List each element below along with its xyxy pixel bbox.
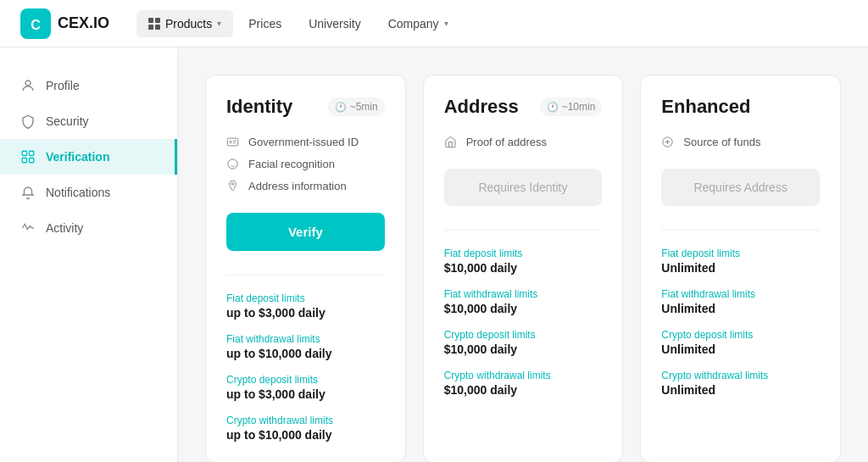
- logo-icon: C: [20, 8, 51, 39]
- nav-label-products: Products: [165, 17, 212, 31]
- grid-icon: [148, 18, 160, 30]
- limits-section-identity: Fiat deposit limits up to $3,000 daily F…: [226, 292, 385, 442]
- limit-value: Unlimited: [661, 383, 820, 397]
- divider: [444, 230, 603, 231]
- limit-label: Fiat deposit limits: [444, 248, 603, 259]
- limit-value: $10,000 daily: [444, 342, 603, 356]
- divider: [661, 230, 820, 231]
- svg-rect-5: [22, 159, 26, 163]
- card-feature: Government-issued ID: [226, 135, 385, 148]
- limit-label: Crypto withdrawal limits: [444, 370, 603, 381]
- limit-label: Crypto withdrawal limits: [226, 415, 385, 426]
- logo[interactable]: C CEX.IO: [20, 8, 109, 39]
- svg-point-2: [25, 81, 31, 86]
- limit-value: up to $10,000 daily: [226, 428, 385, 442]
- limits-section-enhanced: Fiat deposit limits Unlimited Fiat withd…: [661, 248, 820, 397]
- card-time-identity: 🕐 ~5min: [328, 97, 385, 116]
- sidebar-label-security: Security: [46, 114, 89, 128]
- home-icon: [444, 135, 458, 148]
- location-icon: [226, 179, 240, 192]
- svg-rect-6: [30, 159, 34, 163]
- divider: [226, 275, 385, 276]
- limit-value: up to $3,000 daily: [226, 387, 385, 401]
- clock-icon: 🕐: [335, 102, 347, 113]
- chevron-down-icon: ▾: [217, 19, 221, 28]
- limit-item: Fiat withdrawal limits up to $10,000 dai…: [226, 333, 385, 360]
- limit-item: Fiat deposit limits Unlimited: [661, 248, 820, 275]
- limit-label: Fiat withdrawal limits: [661, 288, 820, 300]
- sidebar-label-notifications: Notifications: [46, 186, 110, 199]
- limit-value: Unlimited: [661, 261, 820, 275]
- card-feature: Facial recognition: [226, 157, 385, 170]
- nav-item-university[interactable]: University: [297, 10, 372, 37]
- sidebar-item-verification[interactable]: Verification: [0, 139, 177, 175]
- limit-item: Crypto withdrawal limits Unlimited: [661, 370, 820, 397]
- id-card-icon: [226, 135, 240, 148]
- person-icon: [20, 78, 36, 93]
- face-icon: [226, 157, 240, 170]
- limit-label: Fiat deposit limits: [661, 248, 820, 259]
- card-title-address: Address: [444, 96, 519, 118]
- sidebar-item-notifications[interactable]: Notifications: [0, 175, 177, 210]
- sidebar-item-profile[interactable]: Profile: [0, 68, 177, 103]
- limit-value: $10,000 daily: [444, 383, 603, 397]
- svg-text:C: C: [31, 18, 41, 32]
- main-content: Identity 🕐 ~5min Government-issued ID Fa…: [178, 47, 868, 462]
- shield-icon: [20, 114, 36, 129]
- requires-button: Requires Identity: [444, 169, 603, 206]
- limit-label: Crypto withdrawal limits: [661, 370, 820, 381]
- sidebar-label-verification: Verification: [46, 150, 109, 164]
- logo-text: CEX.IO: [58, 14, 109, 32]
- nav-item-products[interactable]: Products ▾: [136, 10, 233, 37]
- limit-item: Fiat withdrawal limits Unlimited: [661, 288, 820, 315]
- clock-icon: 🕐: [547, 102, 559, 113]
- feature-text: Source of funds: [683, 136, 760, 148]
- limit-item: Crypto deposit limits Unlimited: [661, 329, 820, 356]
- sidebar-item-security[interactable]: Security: [0, 103, 177, 139]
- limit-value: Unlimited: [661, 302, 820, 315]
- limit-label: Crypto deposit limits: [661, 329, 820, 341]
- header: C CEX.IO Products ▾ Prices University Co…: [0, 0, 868, 47]
- sidebar: Profile Security Verification: [0, 47, 178, 462]
- funds-icon: [661, 135, 675, 148]
- card-features-identity: Government-issued ID Facial recognition …: [226, 135, 385, 192]
- verification-icon: [20, 149, 36, 164]
- card-title-identity: Identity: [226, 96, 292, 118]
- card-enhanced: Enhanced Source of funds Requires Addres…: [640, 75, 841, 462]
- card-feature: Source of funds: [661, 135, 820, 148]
- card-feature: Proof of address: [444, 135, 603, 148]
- sidebar-label-profile: Profile: [46, 79, 80, 92]
- limit-label: Fiat withdrawal limits: [226, 333, 385, 345]
- svg-point-12: [231, 183, 234, 186]
- svg-rect-7: [227, 138, 238, 146]
- sidebar-label-activity: Activity: [46, 221, 83, 235]
- limit-item: Crypto deposit limits up to $3,000 daily: [226, 374, 385, 401]
- card-header-enhanced: Enhanced: [661, 96, 820, 118]
- limit-item: Crypto withdrawal limits up to $10,000 d…: [226, 415, 385, 442]
- nav-item-prices[interactable]: Prices: [236, 10, 293, 37]
- limits-section-address: Fiat deposit limits $10,000 daily Fiat w…: [444, 248, 603, 397]
- card-header-address: Address 🕐 ~10min: [444, 96, 603, 118]
- feature-text: Proof of address: [466, 136, 547, 148]
- chevron-down-icon-company: ▾: [444, 19, 448, 28]
- limit-value: up to $10,000 daily: [226, 347, 385, 360]
- svg-point-11: [228, 159, 237, 169]
- card-title-enhanced: Enhanced: [661, 96, 750, 118]
- card-time-label: ~10min: [562, 101, 596, 113]
- sidebar-item-activity[interactable]: Activity: [0, 210, 177, 246]
- nav-label-university: University: [309, 17, 360, 31]
- svg-rect-4: [30, 151, 34, 155]
- limit-value: up to $3,000 daily: [226, 306, 385, 320]
- limit-item: Crypto deposit limits $10,000 daily: [444, 329, 603, 356]
- nav-label-prices: Prices: [248, 17, 281, 31]
- card-header-identity: Identity 🕐 ~5min: [226, 96, 385, 118]
- svg-rect-3: [22, 151, 26, 155]
- feature-text: Government-issued ID: [248, 136, 359, 148]
- limit-item: Crypto withdrawal limits $10,000 daily: [444, 370, 603, 397]
- nav-item-company[interactable]: Company ▾: [376, 10, 460, 37]
- card-address: Address 🕐 ~10min Proof of address Requir…: [423, 75, 624, 462]
- svg-point-8: [230, 141, 232, 143]
- card-identity: Identity 🕐 ~5min Government-issued ID Fa…: [205, 75, 406, 462]
- verify-button[interactable]: Verify: [226, 213, 385, 251]
- limit-item: Fiat withdrawal limits $10,000 daily: [444, 288, 603, 315]
